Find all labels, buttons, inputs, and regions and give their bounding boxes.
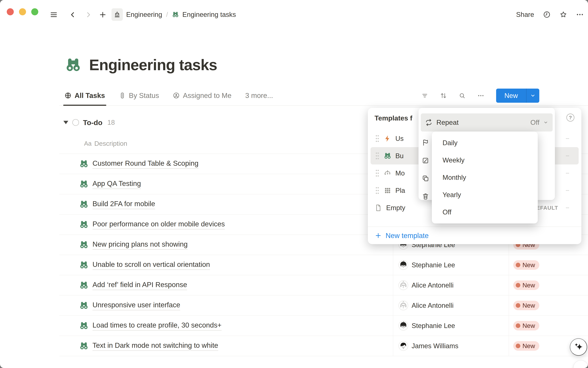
help-fab-partial[interactable]: [573, 360, 588, 368]
chevron-down-icon: [543, 120, 548, 125]
chevron-right-icon: [85, 11, 92, 18]
page-icon: [374, 204, 382, 212]
new-button[interactable]: New: [496, 89, 539, 103]
task-title-cell[interactable]: Unresponsive user interface: [59, 295, 393, 315]
task-title[interactable]: App QA Testing: [92, 179, 141, 189]
table-row[interactable]: Unresponsive user interface Alice Antone…: [59, 295, 588, 316]
assignee-cell[interactable]: James Williams: [393, 336, 509, 356]
status-badge: New: [513, 280, 539, 290]
repeat-value: Off: [530, 119, 539, 127]
table-row[interactable]: Load times to create profile, 30 seconds…: [59, 316, 588, 336]
ai-sparkle-button[interactable]: [570, 338, 587, 356]
close-window-button[interactable]: [7, 8, 14, 15]
repeat-option[interactable]: Monthly: [432, 169, 538, 186]
view-tab[interactable]: Assigned to Me: [171, 85, 232, 105]
help-icon[interactable]: ?: [566, 114, 574, 121]
view-tab[interactable]: By Status: [118, 85, 160, 105]
assignee-cell[interactable]: Stephanie Lee: [393, 255, 509, 275]
template-label: Pla: [395, 187, 405, 194]
task-title-cell[interactable]: New pricing plans not showing: [59, 235, 393, 255]
toolbar-icon-button[interactable]: [459, 92, 465, 99]
topbar-action-button[interactable]: [576, 11, 584, 18]
group-name[interactable]: To-do: [83, 118, 102, 127]
status-cell[interactable]: New: [509, 316, 588, 336]
task-title-cell[interactable]: Customer Round Table & Scoping: [59, 154, 393, 174]
table-row[interactable]: Add ‘ref’ field in API Response Alice An…: [59, 275, 588, 295]
breadcrumb-parent-chip[interactable]: [111, 8, 123, 21]
breadcrumb-current[interactable]: Engineering tasks: [182, 11, 236, 18]
view-tab[interactable]: All Tasks: [63, 85, 106, 105]
drag-handle-icon[interactable]: [374, 169, 380, 177]
repeat-option[interactable]: Yearly: [432, 186, 538, 203]
minimize-window-button[interactable]: [19, 8, 26, 15]
breadcrumb-parent[interactable]: Engineering: [126, 11, 162, 18]
repeat-option[interactable]: Weekly: [432, 151, 538, 169]
drag-handle-icon[interactable]: [374, 134, 380, 143]
globe-icon: [64, 92, 71, 99]
new-page-button[interactable]: [99, 11, 107, 18]
repeat-option[interactable]: Off: [432, 203, 538, 221]
task-title-cell[interactable]: Build 2FA for mobile: [59, 194, 393, 214]
topbar-action-button[interactable]: [560, 11, 567, 18]
status-cell[interactable]: New: [509, 295, 588, 315]
task-title-cell[interactable]: Poor performance on older mobile devices: [59, 215, 393, 234]
assignee-cell[interactable]: Alice Antonelli: [393, 275, 509, 295]
toolbar-icon-button[interactable]: [477, 92, 484, 99]
template-more-button[interactable]: [563, 137, 572, 140]
status-dot: [516, 344, 520, 348]
new-button-dropdown[interactable]: [526, 93, 539, 98]
task-title[interactable]: Unresponsive user interface: [92, 301, 180, 310]
task-title[interactable]: Load times to create profile, 30 seconds…: [92, 321, 222, 331]
table-row[interactable]: Unable to scroll on vertical orientation…: [59, 255, 588, 275]
task-title[interactable]: New pricing plans not showing: [92, 240, 187, 250]
repeat-menu-item[interactable]: Repeat Off: [421, 113, 553, 131]
repeat-option[interactable]: Daily: [432, 134, 538, 151]
context-menu-item[interactable]: [422, 151, 429, 169]
template-more-button[interactable]: [563, 171, 572, 175]
status-cell[interactable]: New: [509, 275, 588, 295]
collapse-triangle-icon[interactable]: [63, 121, 68, 124]
template-more-button[interactable]: [563, 189, 572, 192]
toolbar-icon-button[interactable]: [440, 92, 447, 99]
template-more-button[interactable]: [563, 154, 572, 158]
sidebar-toggle-button[interactable]: [50, 11, 58, 18]
status-cell[interactable]: New: [509, 255, 588, 275]
new-button-label: New: [496, 92, 526, 100]
binoculars-icon: [79, 220, 89, 229]
share-button[interactable]: Share: [516, 11, 534, 18]
task-title[interactable]: Unable to scroll on vertical orientation: [92, 260, 210, 270]
task-title-cell[interactable]: Text in Dark mode not switching to white: [59, 336, 393, 356]
task-title[interactable]: Poor performance on older mobile devices: [92, 220, 225, 230]
new-template-button[interactable]: New template: [368, 227, 581, 244]
context-menu-item[interactable]: [422, 169, 429, 187]
task-title[interactable]: Customer Round Table & Scoping: [92, 159, 198, 169]
drag-handle-icon[interactable]: [374, 152, 380, 160]
table-row[interactable]: Text in Dark mode not switching to white…: [59, 336, 588, 356]
nav-forward-button[interactable]: [85, 11, 92, 18]
column-header[interactable]: Aa Description: [84, 139, 127, 148]
task-title[interactable]: Add ‘ref’ field in API Response: [92, 280, 187, 290]
new-template-label: New template: [386, 231, 428, 240]
toolbar-icon-button[interactable]: [421, 92, 428, 99]
topbar-action-button[interactable]: [543, 11, 551, 18]
task-title-cell[interactable]: Add ‘ref’ field in API Response: [59, 275, 393, 295]
status-badge: New: [513, 301, 539, 310]
binoculars-icon: [79, 260, 89, 270]
context-menu-item[interactable]: [422, 134, 429, 151]
drag-handle-icon[interactable]: [374, 186, 380, 195]
task-title[interactable]: Build 2FA for mobile: [92, 200, 155, 209]
nav-back-button[interactable]: [69, 11, 77, 18]
task-title[interactable]: Text in Dark mode not switching to white: [92, 341, 218, 351]
assignee-cell[interactable]: Stephanie Lee: [393, 316, 509, 336]
task-title-cell[interactable]: Load times to create profile, 30 seconds…: [59, 316, 393, 336]
assignee-cell[interactable]: Alice Antonelli: [393, 295, 509, 315]
task-title-cell[interactable]: Unable to scroll on vertical orientation: [59, 255, 393, 275]
template-more-button[interactable]: [563, 206, 572, 210]
zoom-window-button[interactable]: [31, 8, 38, 15]
task-title-cell[interactable]: App QA Testing: [59, 174, 393, 194]
avatar: [398, 321, 408, 331]
view-tab-label: By Status: [129, 91, 159, 100]
view-tab[interactable]: 3 more...: [244, 85, 274, 105]
bolt-icon: [384, 135, 391, 142]
context-menu-item[interactable]: [422, 187, 429, 205]
